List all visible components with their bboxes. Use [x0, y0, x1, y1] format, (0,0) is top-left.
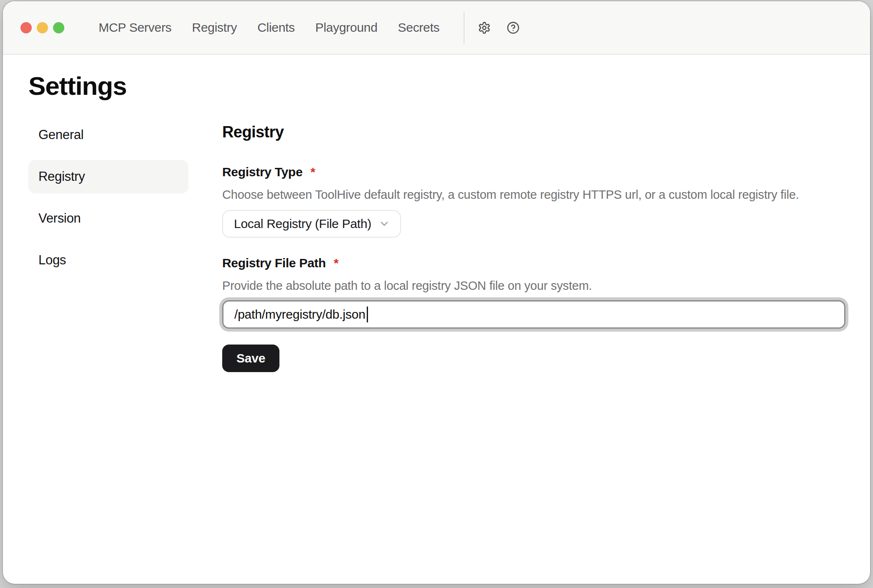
settings-gear-button[interactable]: [476, 19, 492, 36]
sidebar-item-label: Logs: [38, 253, 66, 268]
settings-sidebar: General Registry Version Logs: [28, 118, 188, 372]
nav-item-registry[interactable]: Registry: [192, 20, 237, 35]
nav-item-clients[interactable]: Clients: [257, 20, 295, 35]
registry-type-selected-value: Local Registry (File Path): [234, 217, 371, 231]
save-button[interactable]: Save: [222, 345, 279, 372]
registry-type-label: Registry Type *: [222, 164, 845, 180]
gear-icon: [478, 21, 491, 34]
sidebar-item-general[interactable]: General: [28, 118, 188, 152]
help-button[interactable]: [505, 19, 521, 36]
registry-file-path-value: /path/myregistry/db.json: [234, 307, 365, 322]
settings-page: Settings General Registry Version Logs: [3, 71, 870, 372]
help-icon: [507, 21, 520, 34]
registry-type-select[interactable]: Local Registry (File Path): [222, 210, 401, 238]
section-heading: Registry: [222, 122, 845, 142]
titlebar-divider: [464, 12, 464, 43]
registry-settings-panel: Registry Registry Type * Choose between …: [222, 118, 845, 372]
nav-item-mcp-servers[interactable]: MCP Servers: [99, 20, 172, 35]
sidebar-item-label: Version: [38, 211, 81, 226]
zoom-window-button[interactable]: [53, 22, 64, 33]
sidebar-item-label: Registry: [38, 169, 85, 184]
text-cursor: [367, 307, 368, 322]
sidebar-item-label: General: [38, 127, 84, 142]
titlebar: MCP Servers Registry Clients Playground …: [3, 1, 870, 55]
sidebar-item-registry[interactable]: Registry: [28, 160, 188, 193]
nav-item-secrets[interactable]: Secrets: [398, 20, 440, 35]
registry-type-description: Choose between ToolHive default registry…: [222, 187, 845, 203]
registry-file-path-label: Registry File Path *: [222, 255, 845, 271]
sidebar-item-version[interactable]: Version: [28, 202, 188, 235]
required-asterisk: *: [310, 164, 315, 180]
sidebar-item-logs[interactable]: Logs: [28, 243, 188, 277]
nav-item-playground[interactable]: Playground: [315, 20, 378, 35]
required-asterisk: *: [334, 255, 338, 271]
registry-file-path-description: Provide the absolute path to a local reg…: [222, 278, 845, 294]
registry-file-path-input[interactable]: /path/myregistry/db.json: [222, 300, 845, 329]
minimize-window-button[interactable]: [37, 22, 48, 33]
app-window: MCP Servers Registry Clients Playground …: [3, 1, 870, 584]
top-nav: MCP Servers Registry Clients Playground …: [99, 20, 439, 35]
close-window-button[interactable]: [20, 22, 32, 33]
chevron-down-icon: [378, 218, 390, 230]
traffic-lights: [20, 22, 64, 33]
page-title: Settings: [28, 71, 870, 101]
